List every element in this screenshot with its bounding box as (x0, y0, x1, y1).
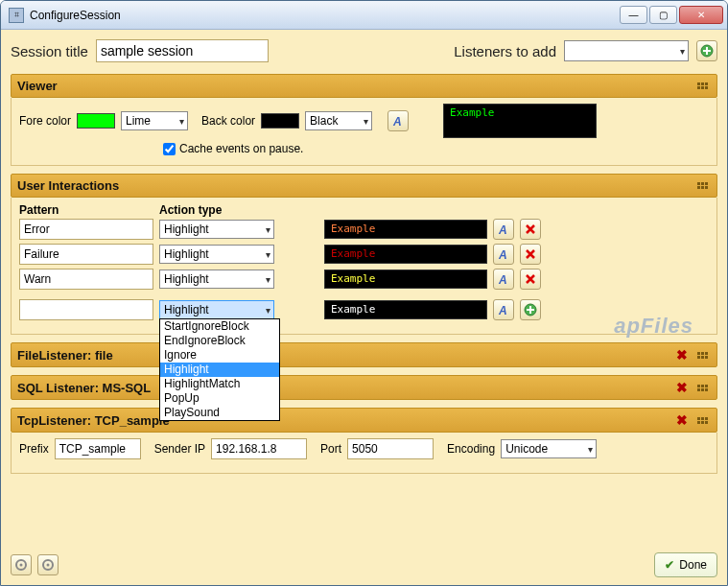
window: ⌗ ConfigureSession — ▢ ✕ Session title L… (0, 0, 728, 586)
back-color-select[interactable]: Black (305, 111, 372, 130)
new-row: Highlight Example A StartIgnoreBlock End… (19, 299, 709, 320)
svg-text:A: A (498, 304, 507, 316)
dropdown-option[interactable]: Ignore (160, 348, 279, 363)
dropdown-option[interactable]: PopUp (160, 391, 279, 406)
back-color-swatch[interactable] (261, 113, 299, 129)
table-row: Highlight Example A (19, 269, 709, 290)
cache-checkbox[interactable] (163, 143, 176, 155)
svg-point-10 (47, 564, 50, 567)
gear-button-1[interactable] (11, 554, 32, 575)
client-area: Session title Listeners to add Viewer Fo… (1, 30, 727, 585)
sender-ip-input[interactable] (211, 438, 307, 459)
delete-row-button[interactable] (520, 269, 541, 290)
svg-text:A: A (498, 248, 507, 261)
file-listener-header: FileListener: file ✖ (11, 342, 717, 367)
ui-body: Pattern Action type Highlight Example A … (11, 198, 717, 335)
dropdown-option[interactable]: EndIgnoreBlock (160, 334, 279, 348)
delete-listener-button[interactable]: ✖ (672, 347, 692, 363)
svg-text:A: A (498, 273, 507, 286)
grip-icon (697, 385, 711, 391)
ui-header-text: User Interactions (17, 178, 119, 193)
font-button[interactable]: A (493, 244, 514, 265)
dropdown-option[interactable]: StartIgnoreBlock (160, 319, 279, 334)
viewer-body: Fore color Lime Back color Black A Examp… (11, 98, 717, 166)
fore-color-label: Fore color (19, 114, 71, 128)
viewer-panel: Viewer Fore color Lime Back color Black … (11, 74, 717, 166)
grip-icon (697, 182, 711, 189)
prefix-label: Prefix (19, 442, 49, 456)
table-row: Highlight Example A (19, 219, 709, 240)
row-preview: Example (324, 270, 487, 289)
app-icon: ⌗ (9, 8, 24, 23)
session-title-input[interactable] (96, 39, 269, 62)
svg-text:A: A (498, 223, 507, 236)
prefix-input[interactable] (55, 438, 141, 459)
font-button[interactable]: A (493, 219, 514, 240)
col-action: Action type (159, 203, 274, 217)
font-button[interactable]: A (493, 269, 514, 290)
font-button[interactable]: A (387, 110, 409, 131)
tcp-listener-panel: TcpListener: TCP_sample ✖ Prefix Sender … (11, 408, 717, 474)
done-button[interactable]: ✔ Done (654, 552, 717, 577)
top-row: Session title Listeners to add (11, 39, 717, 62)
action-dropdown-list[interactable]: StartIgnoreBlock EndIgnoreBlock Ignore H… (159, 318, 280, 421)
encoding-select[interactable]: Unicode (501, 439, 597, 458)
grip-icon (697, 82, 711, 89)
add-listener-button[interactable] (696, 40, 717, 61)
add-row-button[interactable] (520, 299, 541, 320)
fore-color-select[interactable]: Lime (121, 111, 188, 130)
row-preview: Example (324, 220, 487, 239)
viewer-header: Viewer (11, 74, 717, 98)
window-controls: — ▢ ✕ (620, 6, 723, 24)
minimize-button[interactable]: — (620, 6, 647, 24)
bottom-bar: ✔ Done (11, 552, 717, 577)
delete-listener-button[interactable]: ✖ (672, 412, 692, 428)
gear-button-2[interactable] (37, 554, 59, 575)
maximize-button[interactable]: ▢ (649, 6, 677, 24)
done-label: Done (679, 558, 707, 572)
col-pattern: Pattern (19, 203, 153, 217)
action-select[interactable]: Highlight (159, 245, 274, 264)
sender-ip-label: Sender IP (154, 442, 205, 456)
new-pattern-input[interactable] (19, 299, 153, 320)
tcp-listener-text: TcpListener: TCP_sample (17, 413, 170, 428)
delete-listener-button[interactable]: ✖ (672, 380, 692, 395)
grip-icon (697, 417, 711, 424)
ui-header: User Interactions (11, 174, 717, 198)
close-button[interactable]: ✕ (679, 6, 723, 24)
encoding-label: Encoding (447, 442, 495, 456)
tcp-body: Prefix Sender IP Port Encoding Unicode (11, 433, 717, 474)
dropdown-option[interactable]: HighlightMatch (160, 377, 279, 391)
svg-text:A: A (392, 115, 402, 128)
dropdown-option[interactable]: PlaySound (160, 406, 279, 420)
port-input[interactable] (347, 438, 434, 459)
fore-color-swatch[interactable] (77, 113, 115, 129)
new-row-preview: Example (324, 300, 487, 319)
window-title: ConfigureSession (30, 9, 620, 22)
new-action-select[interactable]: Highlight (159, 300, 274, 319)
file-listener-text: FileListener: file (17, 348, 113, 363)
delete-row-button[interactable] (520, 244, 541, 265)
action-select[interactable]: Highlight (159, 220, 274, 239)
check-icon: ✔ (665, 558, 674, 572)
port-label: Port (320, 442, 341, 456)
back-color-label: Back color (201, 114, 255, 128)
dropdown-option-selected[interactable]: Highlight (160, 363, 279, 377)
row-preview: Example (324, 245, 487, 264)
sql-listener-text: SQL Listener: MS-SQL (17, 381, 151, 395)
pattern-input[interactable] (19, 269, 153, 290)
viewer-preview: Example (443, 104, 597, 138)
pattern-input[interactable] (19, 219, 153, 240)
session-title-label: Session title (11, 43, 88, 59)
sql-listener-header: SQL Listener: MS-SQL ✖ (11, 375, 717, 400)
tcp-listener-header: TcpListener: TCP_sample ✖ (11, 408, 717, 433)
delete-row-button[interactable] (520, 219, 541, 240)
user-interactions-panel: User Interactions Pattern Action type Hi… (11, 174, 717, 335)
pattern-input[interactable] (19, 244, 153, 265)
grip-icon (697, 352, 711, 359)
listeners-select[interactable] (564, 40, 689, 61)
titlebar: ⌗ ConfigureSession — ▢ ✕ (1, 1, 727, 30)
font-button[interactable]: A (493, 299, 514, 320)
viewer-header-text: Viewer (17, 79, 58, 93)
action-select[interactable]: Highlight (159, 270, 274, 289)
